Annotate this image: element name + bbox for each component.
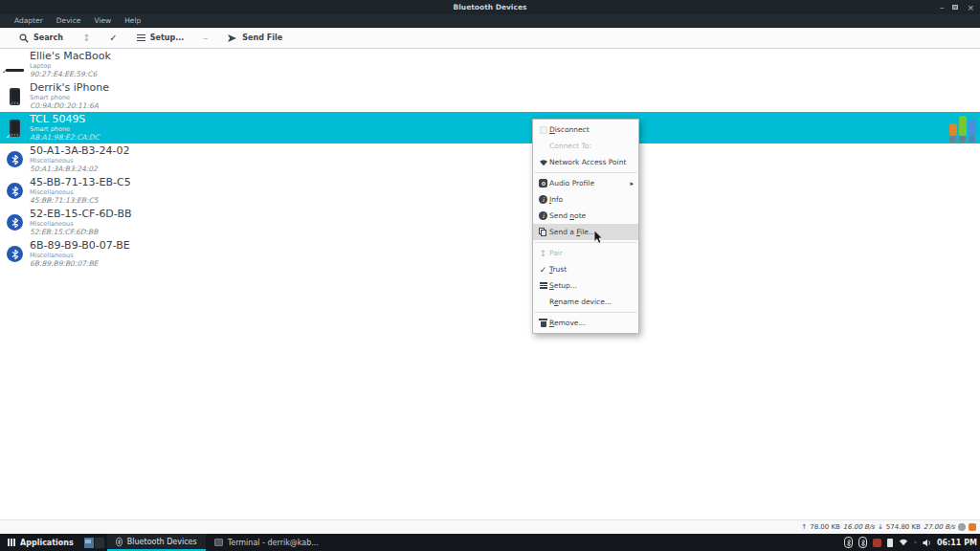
- pair-icon: ↕: [73, 33, 100, 43]
- bluetooth-tray-icon[interactable]: [844, 537, 853, 548]
- send-file-label: Send File: [242, 33, 282, 42]
- device-mac: 52:EB:15:CF:6D:BB: [30, 228, 132, 236]
- signal-bar-orange: [949, 123, 957, 136]
- device-type: Laptop: [30, 62, 111, 70]
- signal-bar-green: [959, 116, 967, 136]
- window-titlebar[interactable]: Bluetooth Devices – ×: [0, 0, 980, 14]
- device-mac: A8:A1:98:E2:CA:DC: [30, 133, 100, 142]
- device-mac: 45:BB:71:13:EB:C5: [30, 196, 131, 205]
- task-label: Terminal - derrik@kab...: [228, 539, 319, 547]
- task-terminal[interactable]: Terminal - derrik@kab...: [206, 534, 327, 551]
- menu-item-connect-to: Connect To:: [533, 138, 638, 154]
- device-mac: 6B:89:B9:B0:07:BE: [30, 259, 130, 268]
- send-file-icon: [537, 228, 549, 236]
- audio-profile-icon: [537, 179, 549, 187]
- setup-icon: [137, 33, 145, 43]
- menu-item-info[interactable]: i Info: [533, 191, 638, 208]
- device-row-6b89[interactable]: 6B-89-B9-B0-07-BE Miscellaneous 6B:89:B9…: [0, 238, 980, 270]
- device-type: Miscellaneous: [30, 157, 130, 165]
- menu-view[interactable]: View: [87, 14, 118, 28]
- send-file-icon: [227, 33, 237, 43]
- smartphone-icon: [10, 88, 20, 105]
- tray-app-icon-red[interactable]: [873, 539, 881, 547]
- device-row-52eb[interactable]: 52-EB-15-CF-6D-BB Miscellaneous 52:EB:15…: [0, 207, 980, 238]
- search-label: Search: [33, 33, 63, 42]
- device-name: 6B-89-B9-B0-07-BE: [30, 240, 130, 252]
- send-file-button[interactable]: Send File: [217, 28, 292, 49]
- bluetooth-device-icon: [7, 246, 23, 262]
- device-type: Miscellaneous: [30, 188, 131, 196]
- menu-help[interactable]: Help: [118, 14, 147, 28]
- device-row-45bb[interactable]: 45-BB-71-13-EB-C5 Miscellaneous 45:BB:71…: [0, 175, 980, 207]
- menu-item-audio-profile[interactable]: Audio Profile ▸: [533, 175, 638, 191]
- workspace-1[interactable]: [84, 538, 94, 548]
- menu-adapter[interactable]: Adapter: [8, 14, 50, 28]
- minimize-icon[interactable]: –: [940, 4, 945, 11]
- applications-label: Applications: [20, 539, 74, 547]
- menu-item-disconnect[interactable]: Disconnect: [533, 121, 638, 138]
- search-icon: [19, 33, 29, 43]
- tray-expand-chevron-icon[interactable]: ›: [914, 539, 917, 546]
- menu-item-send-note[interactable]: i Send note: [533, 208, 638, 224]
- trust-icon[interactable]: ✓: [100, 33, 126, 43]
- device-row-tcl-5049s-selected[interactable]: ✓ TCL 5049S Smart phone A8:A1:98:E2:CA:D…: [0, 112, 980, 143]
- upload-arrow-icon: ↑: [801, 523, 807, 531]
- wifi-icon[interactable]: [899, 539, 908, 546]
- menubar: Adapter Device View Help: [0, 14, 980, 28]
- setup-button[interactable]: Setup...: [127, 28, 194, 49]
- device-name: Derrik's iPhone: [30, 82, 109, 94]
- menu-item-remove[interactable]: Remove...: [533, 315, 638, 331]
- bluetooth-tray-icon-2[interactable]: [858, 537, 867, 548]
- applications-menu-button[interactable]: Applications: [0, 534, 81, 551]
- search-button[interactable]: Search: [10, 28, 73, 49]
- info-icon: i: [537, 195, 549, 204]
- taskbar: Applications Bluetooth Devices Terminal …: [0, 534, 980, 551]
- workspace-2[interactable]: [95, 538, 104, 548]
- pair-icon: ↕: [537, 249, 549, 258]
- laptop-icon: ✓: [6, 57, 24, 72]
- device-name: 45-BB-71-13-EB-C5: [30, 177, 131, 188]
- close-icon[interactable]: ×: [967, 3, 974, 12]
- menu-item-rename-device[interactable]: Rename device...: [533, 294, 638, 310]
- bluetooth-device-icon: [7, 214, 23, 231]
- device-type: Miscellaneous: [30, 220, 132, 228]
- device-row-ellies-macbook[interactable]: ✓ Ellie's MacBook Laptop 90:27:E4:EE:59:…: [0, 49, 980, 80]
- menu-item-network-access-point[interactable]: Network Access Point: [533, 154, 638, 170]
- signal-emblem: [959, 136, 966, 143]
- desktop: Bluetooth Devices – × Adapter Device Vie…: [0, 0, 980, 551]
- menu-device[interactable]: Device: [50, 14, 88, 28]
- trusted-check-icon: ✓: [2, 68, 8, 76]
- clock[interactable]: 06:11 PM: [937, 534, 980, 551]
- window-controls: – ×: [940, 0, 974, 14]
- device-name: TCL 5049S: [30, 114, 100, 125]
- device-row-derriks-iphone[interactable]: Derrik's iPhone Smart phone C0:9A:D0:20:…: [0, 80, 980, 112]
- tray-display-icon[interactable]: [887, 539, 893, 547]
- bluetooth-task-icon: [116, 537, 122, 547]
- device-row-50a1[interactable]: 50-A1-3A-B3-24-02 Miscellaneous 50:A1:3A…: [0, 143, 980, 175]
- bluetooth-adapter-status-icon: [969, 523, 976, 531]
- menu-item-trust[interactable]: ✓ Trust: [533, 261, 638, 277]
- signal-strength-bars: [949, 114, 977, 143]
- signal-emblem: [969, 136, 975, 143]
- system-tray: ›: [844, 534, 937, 551]
- menu-item-pair: ↕ Pair: [533, 245, 638, 261]
- device-type: Smart phone: [30, 125, 100, 133]
- maximize-icon[interactable]: [952, 5, 958, 10]
- trusted-check-icon: ✓: [6, 133, 11, 141]
- device-name: 50-A1-3A-B3-24-02: [30, 145, 130, 157]
- upload-total: 78.00 KB: [810, 523, 840, 531]
- download-arrow-icon: ↓: [878, 523, 883, 531]
- window-statusbar: ↑ 78.00 KB 16.00 B/s ↓ 574.80 KB 27.00 B…: [0, 519, 980, 534]
- download-rate: 27.00 B/s: [924, 523, 955, 531]
- mouse-cursor-icon: [593, 230, 604, 249]
- device-mac: C0:9A:D0:20:11:6A: [30, 101, 109, 110]
- menu-separator: [534, 242, 637, 243]
- window-title: Bluetooth Devices: [454, 3, 527, 11]
- menu-item-setup[interactable]: Setup...: [533, 277, 638, 294]
- volume-icon[interactable]: [923, 539, 932, 547]
- workspace-switcher[interactable]: [81, 534, 107, 551]
- device-type: Smart phone: [30, 94, 109, 101]
- menu-item-send-a-file[interactable]: Send a File...: [533, 224, 638, 240]
- toolbar: Search ↕ ✓ Setup... – Send File: [0, 28, 980, 49]
- task-bluetooth-devices[interactable]: Bluetooth Devices: [107, 534, 206, 551]
